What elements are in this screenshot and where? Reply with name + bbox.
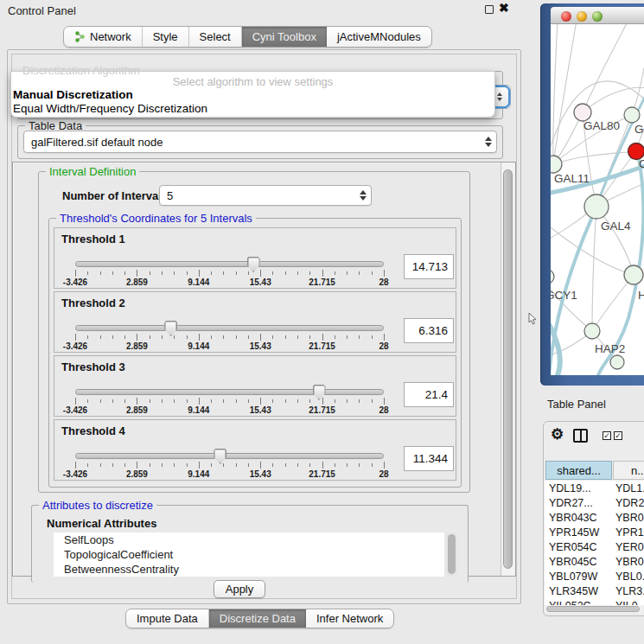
threshold-3-slider[interactable]: -3.4262.8599.14415.4321.71528 <box>75 386 384 415</box>
checkbox-select-all-icon[interactable]: ✓ <box>603 431 611 440</box>
table-panel-title: Table Panel <box>547 398 606 411</box>
tab-select[interactable]: Select <box>189 27 242 47</box>
tick-label: 9.144 <box>188 341 209 351</box>
slider-track[interactable] <box>75 453 384 459</box>
tick-label: 2.859 <box>126 405 148 415</box>
attributes-scrollbar-thumb[interactable] <box>448 534 456 574</box>
tick-mark <box>322 270 323 277</box>
tick-mark <box>137 270 137 277</box>
app-root: Control Panel ✖ Network Style Select Cyn… <box>0 0 644 644</box>
tab-cyni-toolbox[interactable]: Cyni Toolbox <box>242 27 327 47</box>
table-row[interactable]: YBL079WYBL0... <box>545 571 644 585</box>
tick-mark <box>199 398 200 405</box>
tick-label: 15.43 <box>250 341 271 351</box>
tick-mark <box>100 463 101 467</box>
tick-mark <box>223 335 224 339</box>
combo-stepper-icon <box>360 190 367 201</box>
threshold-2-slider[interactable]: -3.4262.8599.14415.4321.71528 <box>75 322 384 351</box>
tick-mark <box>384 334 385 341</box>
close-window-icon[interactable] <box>561 11 571 22</box>
tick-mark <box>150 271 150 275</box>
tick-mark <box>248 463 249 467</box>
table-row[interactable]: YDR27...YDR2... <box>545 497 644 512</box>
tick-mark <box>335 463 335 467</box>
tick-mark <box>248 271 249 275</box>
table-row[interactable]: YPR145WYPR1... <box>545 526 644 541</box>
apply-button[interactable]: Apply <box>214 580 265 598</box>
table-row[interactable]: YBR043CYBR0... <box>545 512 644 526</box>
num-intervals-label: Number of Intervals <box>62 189 168 202</box>
tick-label: 21.715 <box>309 341 335 351</box>
tick-mark <box>87 463 88 467</box>
tab-impute-data[interactable]: Impute Data <box>126 609 209 628</box>
tick-label: 21.715 <box>309 469 335 479</box>
network-canvas[interactable]: GAL80 GA C GAL11 GAL4 GCY1 H HAP2 <box>551 24 644 375</box>
checkbox-select-none-icon[interactable]: ✓ <box>614 431 622 440</box>
float-panel-icon[interactable] <box>485 5 494 14</box>
slider-tick-labels: -3.4262.8599.14415.4321.71528 <box>75 341 384 352</box>
tick-mark <box>187 335 188 339</box>
gear-icon[interactable]: ⚙ <box>551 425 564 443</box>
tick-mark <box>223 399 224 403</box>
tick-mark <box>248 335 249 339</box>
table-row[interactable]: YDL19...YDL1... <box>545 482 644 497</box>
list-item-selfloops[interactable]: SelfLoops <box>54 532 444 547</box>
table-row[interactable]: YER054CYER0... <box>545 541 644 556</box>
node <box>624 265 643 284</box>
list-item-betweennesscentrality[interactable]: BetweennessCentrality <box>54 562 444 577</box>
tick-mark <box>347 271 348 275</box>
network-nodes[interactable] <box>551 104 644 369</box>
tick-mark <box>162 463 163 467</box>
tick-label: 21.715 <box>309 405 335 415</box>
tick-mark <box>260 398 261 405</box>
close-panel-icon[interactable]: ✖ <box>499 1 509 15</box>
threshold-1-slider[interactable]: -3.4262.8599.14415.4321.71528 <box>75 258 384 287</box>
slider-track[interactable] <box>75 389 384 395</box>
columns-icon[interactable] <box>573 429 588 443</box>
threshold-2-value-field[interactable]: 6.316 <box>404 318 454 343</box>
dropdown-option-manual[interactable]: Manual Discretization <box>13 88 133 101</box>
tick-label: -3.426 <box>63 277 87 287</box>
num-intervals-combobox[interactable]: 5 <box>159 185 372 206</box>
list-item-topologicalcoefficient[interactable]: TopologicalCoefficient <box>54 547 444 562</box>
table-data-combobox[interactable]: galFiltered.sif default node <box>23 131 497 153</box>
tick-mark <box>223 271 224 275</box>
table-horizontal-scrollbar-thumb[interactable] <box>546 606 640 612</box>
tick-mark <box>162 271 163 275</box>
tab-discretize-data[interactable]: Discretize Data <box>209 609 306 628</box>
threshold-1-value-field[interactable]: 14.713 <box>404 254 454 279</box>
tick-mark <box>211 271 212 275</box>
threshold-3-value-field[interactable]: 21.4 <box>404 382 454 407</box>
tick-mark <box>75 398 76 405</box>
tick-mark <box>100 399 101 403</box>
tick-mark <box>372 335 373 339</box>
table-row[interactable]: YLR345WYLR3... <box>545 585 644 600</box>
threshold-4-slider[interactable]: -3.4262.8599.14415.4321.71528 <box>75 450 384 479</box>
tick-mark <box>162 335 163 339</box>
slider-track[interactable] <box>75 325 384 331</box>
tick-label: 28 <box>379 469 388 479</box>
tick-mark <box>199 334 200 341</box>
thresholds-group-title: Threshold's Coordinates for 5 Intervals <box>56 212 256 225</box>
tick-mark <box>199 462 200 469</box>
tab-network[interactable]: Network <box>64 27 143 47</box>
tick-mark <box>187 463 188 467</box>
tab-style[interactable]: Style <box>143 27 189 47</box>
combo-stepper-icon <box>485 137 492 147</box>
tick-mark <box>322 462 323 469</box>
dropdown-option-equal-width[interactable]: Equal Width/Frequency Discretization <box>13 102 207 115</box>
tab-infer-network[interactable]: Infer Network <box>306 609 393 628</box>
slider-ticks <box>75 334 384 341</box>
threshold-4-value-field[interactable]: 11.344 <box>404 446 454 471</box>
zoom-window-icon[interactable] <box>592 11 603 22</box>
column-header-name[interactable]: n... <box>613 461 644 480</box>
column-header-shared[interactable]: shared... <box>545 461 612 480</box>
slider-track[interactable] <box>75 261 384 267</box>
tick-mark <box>187 271 188 275</box>
network-window-titlebar[interactable] <box>551 7 644 24</box>
table-row[interactable]: YBR045CYBR0... <box>545 556 644 571</box>
minimize-window-icon[interactable] <box>577 11 587 22</box>
vertical-scrollbar-thumb[interactable] <box>503 169 513 569</box>
tab-jactivemnodules[interactable]: jActiveMNodules <box>327 27 431 47</box>
tick-mark <box>236 463 237 467</box>
